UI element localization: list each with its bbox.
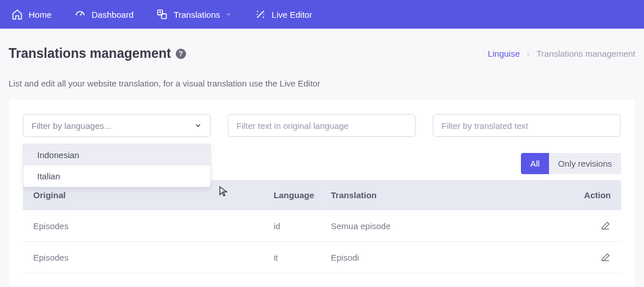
original-text-filter[interactable]: Filter text in original language — [228, 114, 416, 137]
translated-filter-placeholder: Filter by translated text — [441, 121, 528, 131]
chevron-down-icon — [225, 11, 232, 18]
nav-translations[interactable]: Translations — [156, 9, 231, 20]
breadcrumb-root[interactable]: Linguise — [488, 49, 520, 58]
magic-icon — [255, 9, 266, 20]
page-title: Translations management — [9, 46, 171, 61]
edit-icon[interactable] — [600, 221, 611, 231]
language-dropdown: Indonesian Italian — [23, 144, 211, 187]
page-subtitle: List and edit all your website translati… — [9, 78, 635, 88]
gauge-icon — [74, 9, 86, 20]
help-icon[interactable]: ? — [176, 49, 186, 59]
content-card: Filter by languages... Filter text in or… — [9, 100, 635, 287]
th-language: Language — [274, 190, 331, 200]
cell-original: Episodes — [33, 221, 274, 231]
table-row: Episodes it Episodi — [23, 242, 621, 273]
language-filter-select[interactable]: Filter by languages... — [23, 114, 211, 137]
cell-action — [571, 252, 611, 262]
breadcrumb: Linguise › Translations management — [488, 49, 635, 58]
edit-icon[interactable] — [600, 252, 611, 262]
nav-translations-label: Translations — [173, 10, 220, 19]
revision-toggle: All Only revisions — [521, 153, 621, 174]
cell-translation: Episodi — [331, 253, 571, 262]
cell-language: id — [274, 221, 331, 231]
cell-action — [571, 221, 611, 231]
nav-dashboard[interactable]: Dashboard — [74, 9, 133, 20]
original-filter-placeholder: Filter text in original language — [236, 121, 349, 131]
nav-dashboard-label: Dashboard — [92, 10, 133, 19]
nav-live-editor-label: Live Editor — [272, 10, 313, 19]
th-action: Action — [571, 190, 611, 200]
breadcrumb-current: Translations management — [536, 49, 635, 58]
translate-icon — [156, 9, 168, 20]
nav-home[interactable]: Home — [11, 9, 52, 20]
home-icon — [11, 9, 23, 20]
nav-live-editor[interactable]: Live Editor — [255, 9, 313, 20]
language-option-italian[interactable]: Italian — [23, 166, 210, 187]
table-row: Episodes id Semua episode — [23, 210, 621, 242]
th-original: Original — [33, 190, 274, 200]
language-option-indonesian[interactable]: Indonesian — [23, 144, 210, 166]
cell-original: Episodes — [33, 253, 274, 262]
nav-home-label: Home — [29, 10, 52, 19]
language-filter-placeholder: Filter by languages... — [31, 121, 111, 131]
chevron-down-icon — [194, 121, 202, 129]
cell-language: it — [274, 253, 331, 262]
breadcrumb-sep: › — [527, 49, 530, 58]
translations-table: Original Language Translation Action Epi… — [23, 180, 621, 273]
cell-translation: Semua episode — [331, 221, 571, 231]
translated-text-filter[interactable]: Filter by translated text — [433, 114, 621, 137]
th-translation: Translation — [331, 190, 571, 200]
toggle-only-revisions[interactable]: Only revisions — [549, 153, 621, 174]
top-nav: Home Dashboard Translations Live Editor — [0, 0, 644, 29]
toggle-all[interactable]: All — [521, 153, 549, 174]
